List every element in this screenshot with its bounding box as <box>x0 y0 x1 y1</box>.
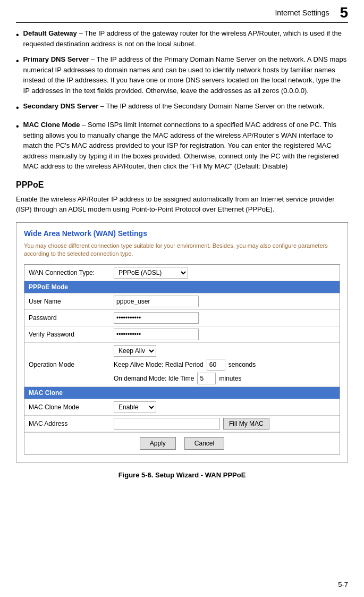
page-number: 5-7 <box>338 581 348 588</box>
header-title: Internet Settings <box>275 9 329 17</box>
bullet-icon: • <box>16 120 19 133</box>
wan-settings-box: Wide Area Network (WAN) Settings You may… <box>16 222 348 463</box>
content-list: • Default Gateway – The IP address of th… <box>16 28 348 172</box>
mac-clone-header: MAC Clone <box>24 387 340 399</box>
on-demand-label: On demand Mode: Idle Time <box>114 375 194 382</box>
wan-connection-type-label: WAN Connection Type: <box>24 267 109 279</box>
wan-box-title: Wide Area Network (WAN) Settings <box>24 229 340 238</box>
pppoe-mode-header: PPPoE Mode <box>24 281 340 293</box>
password-input[interactable] <box>114 312 199 324</box>
on-demand-unit: minutes <box>219 375 241 382</box>
operation-mode-select[interactable]: Keep Alive <box>114 345 156 357</box>
wan-subtitle: You may choose different connection type… <box>24 242 340 258</box>
keep-alive-unit: senconds <box>228 361 256 368</box>
item-term: Secondary DNS Server <box>23 102 99 110</box>
list-item: • Secondary DNS Server – The IP address … <box>16 101 348 114</box>
item-term: Default Gateway <box>23 29 77 37</box>
section-title: PPPoE <box>16 180 348 190</box>
form-buttons-row: Apply Cancel <box>24 432 340 454</box>
mac-clone-mode-row: MAC Clone Mode Enable <box>24 399 340 416</box>
item-text: Primary DNS Server – The IP address of t… <box>23 54 348 96</box>
mac-clone-mode-value: Enable <box>109 399 340 415</box>
username-row: User Name <box>24 293 340 310</box>
verify-password-input[interactable] <box>114 329 199 340</box>
item-text: MAC Clone Mode – Some ISPs limit Interne… <box>23 120 348 172</box>
password-row: Password <box>24 310 340 326</box>
bullet-icon: • <box>16 102 19 114</box>
keep-alive-period-row: Keep Alive Mode: Redial Period senconds <box>114 359 335 371</box>
item-term: Primary DNS Server <box>23 55 89 63</box>
verify-password-value <box>109 326 340 342</box>
wan-connection-type-value: PPPoE (ADSL) <box>109 265 340 281</box>
operation-mode-row: Operation Mode Keep Alive Keep Alive Mod… <box>24 343 340 387</box>
page-container: Internet Settings 5 • Default Gateway – … <box>0 0 364 597</box>
list-item: • MAC Clone Mode – Some ISPs limit Inter… <box>16 120 348 172</box>
section-desc: Enable the wireless AP/Router IP address… <box>16 194 348 215</box>
keep-alive-label: Keep Alive Mode: Redial Period <box>114 361 204 368</box>
bullet-icon: • <box>16 29 19 41</box>
wan-form: WAN Connection Type: PPPoE (ADSL) PPPoE … <box>24 264 340 455</box>
list-item: • Primary DNS Server – The IP address of… <box>16 54 348 96</box>
keep-alive-input[interactable] <box>207 359 225 371</box>
page-header: Internet Settings 5 <box>16 5 348 23</box>
mac-clone-mode-select[interactable]: Enable <box>114 401 156 413</box>
verify-password-label: Verify Password <box>24 329 109 340</box>
cancel-button[interactable]: Cancel <box>184 437 224 450</box>
username-input[interactable] <box>114 296 199 307</box>
operation-mode-container: Keep Alive Keep Alive Mode: Redial Perio… <box>109 343 340 386</box>
mac-address-label: MAC Address <box>24 418 109 430</box>
fill-my-mac-button[interactable]: Fill My MAC <box>223 418 269 430</box>
username-label: User Name <box>24 296 109 307</box>
chapter-number: 5 <box>340 5 348 20</box>
item-text: Default Gateway – The IP address of the … <box>23 28 348 49</box>
list-item: • Default Gateway – The IP address of th… <box>16 28 348 49</box>
mac-address-row: MAC Address Fill My MAC <box>24 416 340 432</box>
bullet-icon: • <box>16 55 19 68</box>
item-text: Secondary DNS Server – The IP address of… <box>23 101 325 112</box>
username-value <box>109 293 340 309</box>
figure-caption: Figure 5-6. Setup Wizard - WAN PPPoE <box>16 471 348 479</box>
wan-connection-type-select[interactable]: PPPoE (ADSL) <box>114 267 188 279</box>
operation-mode-label: Operation Mode <box>24 359 109 371</box>
wan-connection-type-row: WAN Connection Type: PPPoE (ADSL) <box>24 265 340 281</box>
apply-button[interactable]: Apply <box>140 437 176 450</box>
on-demand-row: On demand Mode: Idle Time minutes <box>114 373 335 384</box>
mac-clone-mode-label: MAC Clone Mode <box>24 401 109 413</box>
item-term: MAC Clone Mode <box>23 121 80 129</box>
verify-password-row: Verify Password <box>24 326 340 343</box>
mac-address-value: Fill My MAC <box>109 416 340 432</box>
password-value <box>109 310 340 326</box>
keep-alive-select-row: Keep Alive <box>114 345 335 357</box>
password-label: Password <box>24 312 109 324</box>
mac-address-input[interactable] <box>114 418 220 430</box>
on-demand-input[interactable] <box>197 373 216 384</box>
